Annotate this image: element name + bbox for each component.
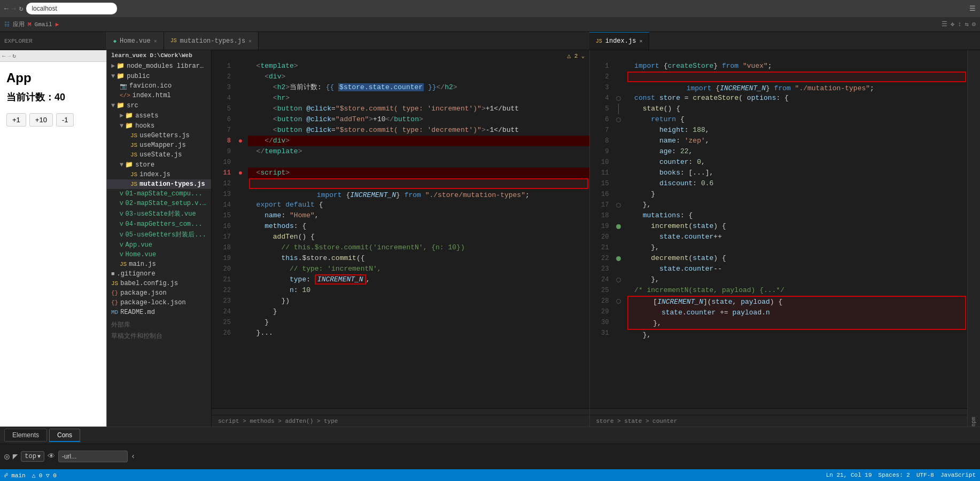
- r-code-line-2: import {INCREMENT_N} from "./mutation-ty…: [627, 72, 967, 82]
- console-inspect-icon[interactable]: ◎: [4, 451, 10, 462]
- tree-item-usestate[interactable]: JS useState.js: [107, 150, 211, 160]
- tree-item-package-json[interactable]: {} package.json: [107, 288, 211, 298]
- tree-item-public[interactable]: ▼ 📁 public: [107, 71, 211, 81]
- 05-label: 05-useGetters封装后...: [126, 230, 206, 239]
- public-label: public: [127, 73, 150, 80]
- tree-item-favicon[interactable]: 📷 favicon.ico: [107, 81, 211, 91]
- line-num-23: 23: [212, 296, 231, 306]
- apps-label: 应用: [13, 20, 25, 28]
- hooks-label: hooks: [135, 122, 154, 130]
- r-code-line-8: name: 'zep',: [626, 136, 968, 146]
- tree-item-babel[interactable]: JS babel.config.js: [107, 279, 211, 288]
- code-line-25: }: [248, 317, 589, 328]
- tree-item-home-vue[interactable]: V Home.vue: [107, 250, 211, 259]
- tree-item-02[interactable]: V 02-mapState_setup.v...: [107, 199, 211, 208]
- code-line-14: export default {: [248, 200, 589, 210]
- tree-item-usegetters[interactable]: JS useGetters.js: [107, 131, 211, 140]
- line-num-13: 13: [212, 189, 231, 200]
- r-code-line-15: discount: 0.6: [626, 178, 968, 189]
- tree-item-node-modules[interactable]: ► 📁 node_modules library.ro: [107, 61, 211, 71]
- tree-item-app-vue[interactable]: V App.vue: [107, 240, 211, 250]
- tree-item-src[interactable]: ▼ 📁 src: [107, 100, 211, 111]
- tree-item-usemapper[interactable]: JS useMapper.js: [107, 140, 211, 150]
- ide-settings-icon[interactable]: ⚙: [972, 20, 976, 28]
- r-line-num-1: 1: [590, 61, 609, 72]
- line-num-16: 16: [212, 221, 231, 232]
- tab-home-vue[interactable]: ◆ Home.vue ✕: [107, 32, 164, 50]
- line-num-17: 17: [212, 232, 231, 242]
- nav-back-btn[interactable]: ←: [4, 5, 9, 13]
- code-line-12: import {INCREMENT_N} from "./store/mutat…: [249, 178, 588, 189]
- code-line-23: }): [248, 296, 589, 306]
- tree-item-gitignore[interactable]: ■ .gitignore: [107, 269, 211, 279]
- tab-elements[interactable]: Elements: [4, 429, 47, 441]
- code-line-9: </template>: [248, 146, 589, 157]
- line-num-25: 25: [212, 317, 231, 328]
- browser-url-bar[interactable]: [26, 3, 117, 14]
- tree-item-04[interactable]: V 04-mapGetters_com...: [107, 219, 211, 229]
- 03-label: 03-useState封装.vue: [126, 209, 196, 218]
- btn-increment[interactable]: +1: [6, 113, 26, 127]
- console-device-icon[interactable]: ◤: [13, 451, 18, 462]
- r-code-line-16: }: [626, 189, 968, 200]
- left-chevron-icon[interactable]: ‹: [131, 452, 135, 461]
- tree-item-assets[interactable]: ► 📁 assets: [107, 111, 211, 121]
- nav-reload-btn[interactable]: ↻: [19, 4, 24, 13]
- r-code-line-19: increment(state) {: [626, 221, 968, 232]
- status-errors: △ 0 ▽ 0: [32, 472, 57, 479]
- src-label: src: [127, 102, 138, 109]
- tree-item-hooks[interactable]: ▼ 📁 hooks: [107, 121, 211, 131]
- r-line-num-22: 22: [590, 253, 609, 264]
- line-num-7: 7: [212, 125, 231, 136]
- position-selector[interactable]: top ▼: [21, 451, 44, 462]
- tab-index-js-close[interactable]: ✕: [639, 38, 642, 44]
- warning-indicator: △ 2 ⌄: [567, 52, 585, 59]
- r-code-line-18: mutations: {: [626, 210, 968, 221]
- r-line-num-5: 5: [590, 104, 609, 114]
- browser-fwd-small[interactable]: →: [7, 53, 11, 59]
- nav-forward-btn[interactable]: →: [12, 5, 16, 13]
- tree-item-package-lock[interactable]: {} package-lock.json: [107, 298, 211, 307]
- tree-item-index-html[interactable]: </> index.html: [107, 91, 211, 100]
- 04-label: 04-mapGetters_com...: [126, 220, 203, 228]
- console-url-input[interactable]: [58, 451, 128, 462]
- r-line-num-17: 17: [590, 200, 609, 210]
- code-line-1: <template>: [248, 61, 589, 72]
- console-eye-icon[interactable]: 👁: [48, 452, 55, 461]
- tree-item-store-index[interactable]: JS index.js: [107, 170, 211, 179]
- tree-item-mutation-types[interactable]: JS mutation-types.js: [107, 179, 211, 189]
- tree-item-01[interactable]: V 01-mapState_compu...: [107, 189, 211, 199]
- tree-item-store[interactable]: ▼ 📁 store: [107, 160, 211, 170]
- tab-mutation-types[interactable]: JS mutation-types.js ✕: [164, 32, 259, 50]
- usegetters-label: useGetters.js: [139, 132, 190, 139]
- npm-label: npm: [971, 413, 977, 427]
- tab-index-js[interactable]: JS index.js ✕: [589, 32, 650, 50]
- usestate-label: useState.js: [139, 151, 182, 159]
- status-ln-col: Ln 21, Col 19: [826, 472, 872, 478]
- gutter-fold-4: [616, 96, 621, 101]
- btn-decrement[interactable]: -1: [56, 113, 74, 127]
- tab-index-js-label: index.js: [605, 37, 636, 45]
- tab-console[interactable]: Cons: [49, 429, 80, 442]
- gmail-icon: M: [28, 21, 32, 28]
- index-html-label: index.html: [133, 92, 171, 99]
- line-num-10: 10: [212, 157, 231, 168]
- line-num-8: 8: [212, 136, 231, 146]
- browser-back-small[interactable]: ←: [2, 53, 6, 59]
- tree-item-main-js[interactable]: JS main.js: [107, 259, 211, 269]
- tree-item-05[interactable]: V 05-useGetters封装后...: [107, 229, 211, 240]
- r-code-line-6: return {: [626, 114, 968, 125]
- tree-item-03[interactable]: V 03-useState封装.vue: [107, 208, 211, 219]
- code-line-6: <button @click="addTen">+10</button>: [248, 114, 589, 125]
- status-branch: ☍ main: [4, 472, 26, 479]
- tree-item-readme[interactable]: MD README.md: [107, 307, 211, 317]
- ide-toolbar-4: ⇆: [965, 20, 969, 28]
- tab-home-vue-close[interactable]: ✕: [154, 38, 157, 44]
- line-num-6: 6: [212, 114, 231, 125]
- tab-mutation-types-close[interactable]: ✕: [248, 38, 252, 44]
- line-num-21: 21: [212, 274, 231, 285]
- r-line-num-24: 24: [590, 274, 609, 285]
- btn-increment-ten[interactable]: +10: [29, 113, 53, 127]
- code-line-19: this.$store.commit({: [248, 253, 589, 264]
- browser-reload-small[interactable]: ↻: [12, 52, 16, 59]
